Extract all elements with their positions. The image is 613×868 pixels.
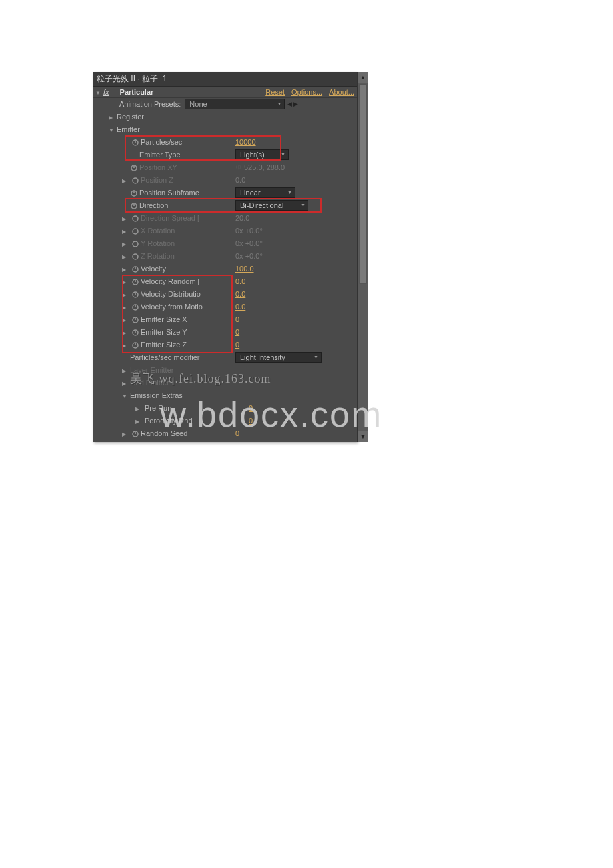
prop-label: Emitter Size Z xyxy=(141,341,187,349)
prop-value: 0x +0.0° xyxy=(235,227,263,235)
prop-label: Y Rotation xyxy=(141,239,175,247)
emitter-size-z-row: Emitter Size Z 0 xyxy=(93,338,357,351)
twirl-icon[interactable] xyxy=(122,429,129,437)
prop-value[interactable]: 0.0 xyxy=(235,277,245,285)
twirl-extras[interactable] xyxy=(122,391,129,399)
reset-link[interactable]: Reset xyxy=(265,88,285,96)
stopwatch-icon[interactable] xyxy=(131,315,139,323)
stopwatch-icon[interactable] xyxy=(130,189,138,197)
stopwatch-icon[interactable] xyxy=(131,277,139,285)
modifier-row: Particles/sec modifier Light Intensity xyxy=(93,351,357,363)
select-value: Linear xyxy=(240,189,261,197)
svg-point-13 xyxy=(133,254,138,259)
stopwatch-icon xyxy=(131,252,139,260)
prop-label: Direction Spread [ xyxy=(141,214,199,222)
stopwatch-icon xyxy=(131,227,139,235)
prop-value[interactable]: 0.0 xyxy=(235,290,245,298)
twirl-icon xyxy=(122,239,129,247)
emitter-size-y-row: Emitter Size Y 0 xyxy=(93,325,357,338)
position-subframe-select[interactable]: Linear xyxy=(235,187,295,198)
scroll-up-icon[interactable]: ▲ xyxy=(358,72,368,83)
velocity-distrib-row: Velocity Distributio 0.0 xyxy=(93,287,357,300)
presets-select[interactable]: None xyxy=(185,99,285,109)
velocity-motion-row: Velocity from Motio 0.0 xyxy=(93,300,357,313)
select-value: Light(s) xyxy=(240,151,265,159)
position-xy-value: 525.0, 288.0 xyxy=(244,163,285,171)
twirl-icon xyxy=(122,227,129,235)
modifier-select[interactable]: Light Intensity xyxy=(235,352,322,363)
svg-point-12 xyxy=(133,241,138,247)
prop-value[interactable]: 0 xyxy=(235,341,239,349)
twirl-emitter[interactable] xyxy=(109,125,115,133)
prop-label: Emitter Type xyxy=(139,151,181,159)
prop-label: Velocity from Motio xyxy=(141,303,203,311)
fx-icon: fx xyxy=(103,88,109,96)
twirl-icon[interactable] xyxy=(122,303,129,311)
stopwatch-icon[interactable] xyxy=(131,429,139,437)
y-rotation-row: Y Rotation 0x +0.0° xyxy=(93,237,357,249)
position-z-value: 0.0 xyxy=(235,176,245,184)
prop-label: Velocity xyxy=(141,265,166,273)
stopwatch-icon[interactable] xyxy=(131,303,139,311)
preset-prev-icon[interactable]: ◀ xyxy=(287,101,292,107)
particles-sec-value[interactable]: 10000 xyxy=(235,138,256,146)
twirl-icon[interactable] xyxy=(135,404,142,412)
prop-value: 20.0 xyxy=(235,214,249,222)
stopwatch-icon[interactable] xyxy=(131,138,139,146)
stopwatch-icon[interactable] xyxy=(131,265,139,273)
scroll-thumb[interactable] xyxy=(359,84,367,284)
twirl-register[interactable] xyxy=(109,113,115,121)
prop-label: Velocity Random [ xyxy=(141,277,200,285)
position-subframe-row: Position Subframe Linear xyxy=(93,186,357,199)
watermark-small: 吴飞 wq.fei.blog.163.com xyxy=(130,371,271,387)
register-row[interactable]: Register xyxy=(93,110,357,123)
register-label: Register xyxy=(117,113,230,121)
stopwatch-icon[interactable] xyxy=(131,290,139,298)
stopwatch-icon xyxy=(131,176,139,184)
options-link[interactable]: Options... xyxy=(291,88,322,96)
twirl-icon[interactable] xyxy=(122,290,129,298)
direction-select[interactable]: Bi-Directional xyxy=(235,200,308,211)
effect-name: Particular xyxy=(120,88,154,96)
prop-label: Particles/sec modifier xyxy=(130,353,200,361)
velocity-value[interactable]: 100.0 xyxy=(235,265,254,273)
stopwatch-icon xyxy=(130,163,138,171)
prop-label: Position XY xyxy=(139,163,177,171)
about-link[interactable]: About... xyxy=(329,88,354,96)
prop-value[interactable]: 0 xyxy=(235,328,239,336)
emitter-size-x-row: Emitter Size X 0 xyxy=(93,313,357,325)
twirl-effect[interactable] xyxy=(95,88,102,96)
direction-spread-row: Direction Spread [ 20.0 xyxy=(93,211,357,224)
twirl-icon[interactable] xyxy=(122,265,129,273)
twirl-icon[interactable] xyxy=(122,341,129,349)
twirl-icon[interactable] xyxy=(135,417,142,425)
twirl-icon[interactable] xyxy=(122,277,129,285)
svg-point-5 xyxy=(133,178,138,183)
position-z-row: Position Z 0.0 xyxy=(93,173,357,186)
preset-next-icon[interactable]: ▶ xyxy=(293,101,298,107)
stopwatch-icon[interactable] xyxy=(131,341,139,349)
emitter-label: Emitter xyxy=(117,125,230,133)
particles-sec-row: Particles/sec 10000 xyxy=(93,135,357,148)
twirl-icon xyxy=(122,214,129,222)
prop-label: Emitter Size X xyxy=(141,315,187,323)
emitter-row[interactable]: Emitter xyxy=(93,123,357,135)
stopwatch-icon[interactable] xyxy=(130,201,138,209)
stopwatch-icon[interactable] xyxy=(131,328,139,336)
effect-toggle[interactable] xyxy=(111,89,117,95)
prop-label: Position Subframe xyxy=(139,189,199,197)
scrollbar[interactable]: ▲ ▼ xyxy=(357,72,368,442)
select-value: Light Intensity xyxy=(240,353,285,361)
prop-label: Emitter Size Y xyxy=(141,328,187,336)
prop-value[interactable]: 0 xyxy=(235,315,239,323)
svg-point-10 xyxy=(133,216,138,221)
x-rotation-row: X Rotation 0x +0.0° xyxy=(93,224,357,237)
prop-value[interactable]: 0.0 xyxy=(235,303,245,311)
twirl-icon[interactable] xyxy=(122,328,129,336)
z-rotation-row: Z Rotation 0x +0.0° xyxy=(93,249,357,262)
emitter-type-select[interactable]: Light(s) xyxy=(235,149,289,160)
prop-label: Velocity Distributio xyxy=(141,290,201,298)
prop-value: 0x +0.0° xyxy=(235,252,263,260)
twirl-icon[interactable] xyxy=(122,315,129,323)
stopwatch-icon xyxy=(131,214,139,222)
